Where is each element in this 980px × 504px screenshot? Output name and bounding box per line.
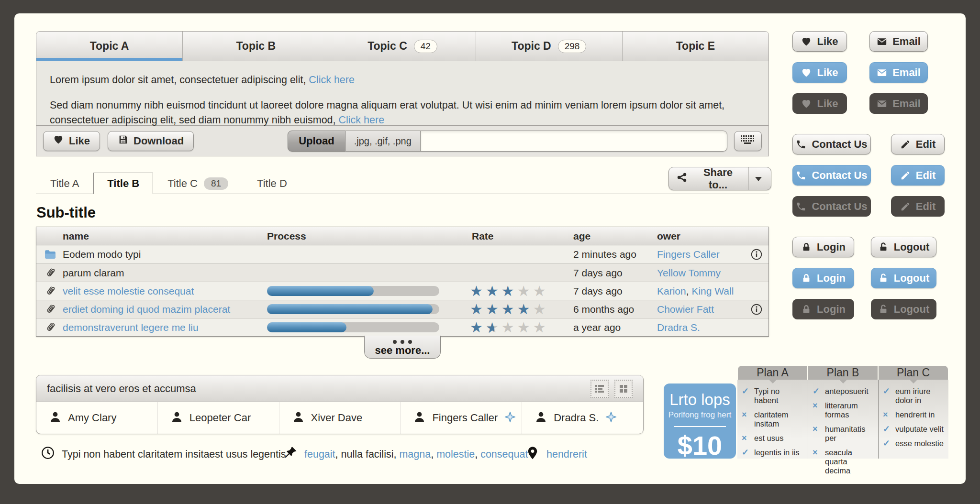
upload-filename-input[interactable] [421,131,727,152]
button-label: Contact Us [812,169,867,182]
see-more-button[interactable]: see more... [364,336,441,359]
owner-link[interactable]: Fingers Caller [657,249,720,260]
owner-link[interactable]: Karion [657,285,686,296]
like-button[interactable]: Like [792,31,847,52]
click-here-link-1[interactable]: Click here [309,74,355,86]
row-owner: Dradra S. [657,318,700,336]
user-item[interactable]: Dradra S. [522,402,643,434]
plan-header[interactable]: Plan A [738,366,807,380]
sparkle-icon [605,411,617,425]
footer-tag-link[interactable]: molestie [436,449,475,460]
table-row[interactable]: erdiet doming id quod mazim placerat★★★★… [36,300,768,318]
button-label: Email [892,98,921,110]
star-icon: ★ [470,283,486,299]
title-tab-title-b[interactable]: Title B [93,173,153,194]
cross-icon: × [813,425,821,433]
plan-feature: ×seacula quarta decima [813,448,874,475]
star-icon: ★ [517,319,533,335]
keyboard-button[interactable] [734,131,762,151]
star-icon: ★ [501,301,517,317]
table-row[interactable]: parum claram7 days agoYellow Tommy [36,263,768,282]
pricing-plan-plan-b: Plan B✓anteposuerit×litterarum formas×hu… [808,366,878,459]
info-icon[interactable] [750,303,763,316]
user-item[interactable]: Leopeter Car [158,402,279,434]
row-name-link[interactable]: demonstraverunt legere me liu [63,318,199,336]
table-row[interactable]: Eodem modo typi2 minutes agoFingers Call… [36,245,768,263]
title-tab-title-a[interactable]: Title A [36,173,93,194]
star-rating[interactable]: ★★★★★ [470,319,549,336]
list-view-button[interactable] [590,380,609,398]
grid-view-button[interactable] [614,380,633,398]
user-item[interactable]: Amy Clary [36,402,158,434]
table-row[interactable]: velit esse molestie consequat★★★★★7 days… [36,282,768,300]
button-label: Logout [894,241,930,253]
like-button[interactable]: Like [792,93,847,114]
column-header-age[interactable]: age [573,227,590,245]
person-icon [170,411,183,426]
chevron-down-icon[interactable] [755,177,762,185]
like-button[interactable]: Like [43,131,100,151]
upload-button[interactable]: Upload [288,131,345,152]
star-rating[interactable]: ★★★★★ [470,301,549,318]
edit-button[interactable]: Edit [891,134,945,154]
share-button[interactable]: Share to... [668,167,771,190]
logout-button[interactable]: Logout [871,299,936,319]
star-icon: ★ [470,301,486,317]
column-header-ower[interactable]: ower [657,227,680,245]
topic-tab-topic-d[interactable]: Topic D298 [476,32,623,61]
edit-button[interactable]: Edit [891,196,945,217]
title-tab-title-c[interactable]: Title C81 [153,173,243,194]
contact-us-button[interactable]: Contact Us [792,134,871,154]
column-header-name[interactable]: name [63,227,89,245]
owner-link[interactable]: Chowier Fatt [657,304,714,315]
logout-button[interactable]: Logout [871,237,936,257]
download-button[interactable]: Download [108,131,194,151]
owner-link[interactable]: King Wall [691,285,734,296]
footer-tag-link[interactable]: magna [399,449,431,460]
info-icon[interactable] [750,248,763,261]
login-button[interactable]: Login [792,299,854,319]
topic-tab-topic-e[interactable]: Topic E [623,32,768,61]
star-icon: ★ [486,319,501,335]
topic-tab-topic-b[interactable]: Topic B [183,32,329,61]
plan-header[interactable]: Plan C [879,366,948,380]
topic-tab-topic-c[interactable]: Topic C42 [329,32,476,61]
plan-feature-list: ✓Typi no habent×claritatem insitam×est u… [737,380,808,459]
plan-header[interactable]: Plan B [808,366,878,380]
row-name-link[interactable]: velit esse molestie consequat [63,282,194,300]
owner-link[interactable]: Dradra S. [657,322,700,333]
table-header-row: name Process Rate age ower [36,227,768,245]
email-button[interactable]: Email [869,93,928,114]
plan-feature-text: eum iriure dolor in [895,387,944,405]
footer-tag-link[interactable]: feugait [304,449,335,460]
email-button[interactable]: Email [869,62,928,83]
pricing-divider [674,426,726,427]
envelope-icon [877,99,887,109]
button-group-like: LikeEmailLikeEmailLikeEmail [792,31,953,115]
contact-us-button[interactable]: Contact Us [792,196,871,217]
login-button[interactable]: Login [792,268,854,288]
check-icon: ✓ [742,448,750,457]
star-rating[interactable]: ★★★★★ [470,283,549,300]
column-header-process[interactable]: Process [267,227,306,245]
user-item[interactable]: Xiver Dave [279,402,401,434]
title-tab-title-d[interactable]: Title D [243,173,301,194]
footer-tag-text: , [335,449,341,460]
table-row[interactable]: demonstraverunt legere me liu★★★★★a year… [36,318,768,336]
row-name-link[interactable]: erdiet doming id quod mazim placerat [63,300,230,318]
user-list: Amy ClaryLeopeter CarXiver DaveFingers C… [36,402,643,434]
click-here-link-2[interactable]: Click here [339,114,385,126]
email-button[interactable]: Email [869,31,928,52]
row-owner: Karion, King Wall [657,282,734,300]
logout-button[interactable]: Logout [871,268,936,288]
footer-location-link[interactable]: hendrerit [546,449,587,460]
contact-us-button[interactable]: Contact Us [792,165,871,186]
owner-link[interactable]: Yellow Tommy [657,267,721,278]
like-button[interactable]: Like [792,62,847,83]
user-item[interactable]: Fingers Caller [401,402,522,434]
topic-tab-topic-a[interactable]: Topic A [36,32,183,61]
edit-button[interactable]: Edit [891,165,945,186]
column-header-rate[interactable]: Rate [472,227,494,245]
footer-tag-link[interactable]: consequat [480,449,528,460]
login-button[interactable]: Login [792,237,854,257]
